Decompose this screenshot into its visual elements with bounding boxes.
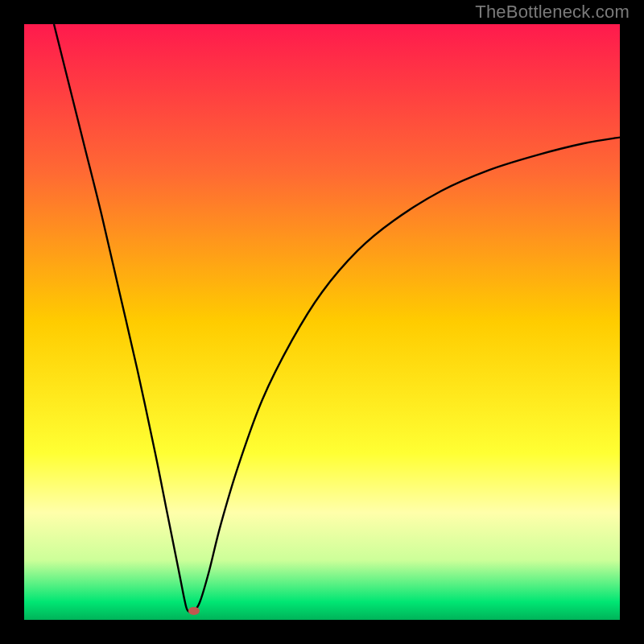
chart-svg: [24, 24, 620, 620]
minimum-marker: [188, 607, 200, 615]
attribution-label: TheBottleneck.com: [475, 2, 630, 23]
gradient-background: [24, 24, 620, 620]
chart-canvas: TheBottleneck.com: [0, 0, 644, 644]
plot-area: [24, 24, 620, 620]
